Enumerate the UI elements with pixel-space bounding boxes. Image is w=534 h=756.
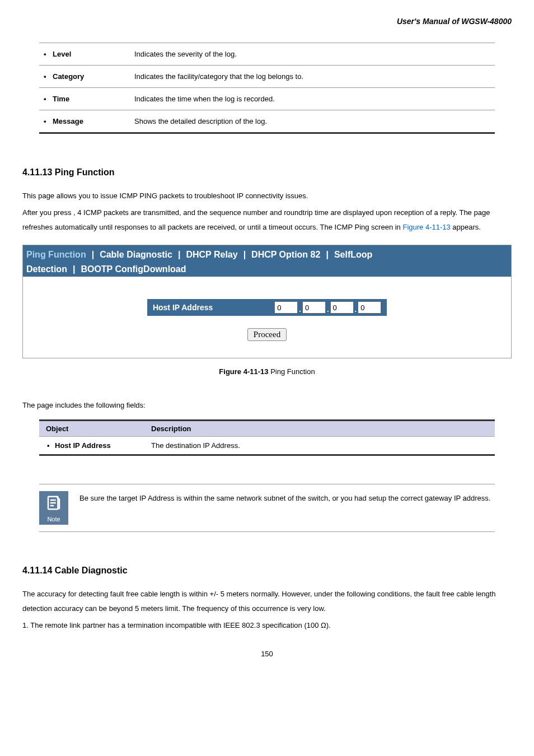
page-header-title: User's Manual of WGSW-48000 xyxy=(22,17,512,26)
host-ip-row: Host IP Address . . . xyxy=(147,299,387,316)
tab-separator: | xyxy=(176,248,182,262)
tab-ping-function[interactable]: Ping Function xyxy=(23,248,90,262)
object-table: Object Description Host IP Address The d… xyxy=(39,419,495,456)
tab-dhcp-option-82[interactable]: DHCP Option 82 xyxy=(248,248,324,262)
tab-separator: | xyxy=(71,262,77,277)
host-ip-label: Host IP Address xyxy=(153,303,274,312)
section-heading-ping: 4.11.13 Ping Function xyxy=(22,167,512,178)
tab-dhcp-relay[interactable]: DHCP Relay xyxy=(182,248,241,262)
tab-separator: | xyxy=(324,248,330,262)
def-desc: Indicates the facility/category that the… xyxy=(134,72,495,81)
tab-separator: | xyxy=(241,248,248,262)
figure-number: Figure 4-11-13 xyxy=(219,367,268,376)
definition-table: Level Indicates the severity of the log.… xyxy=(39,43,495,134)
note-block: Note Be sure the target IP Address is wi… xyxy=(39,484,495,532)
object-row-desc: The destination IP Address. xyxy=(151,441,495,450)
tab-cable-diagnostic[interactable]: Cable Diagnostic xyxy=(96,248,176,262)
def-label: Level xyxy=(39,50,134,58)
object-table-row: Host IP Address The destination IP Addre… xyxy=(39,436,495,454)
def-row: Level Indicates the severity of the log. xyxy=(39,43,495,65)
ip-octet-3-input[interactable] xyxy=(330,301,354,314)
def-desc: Shows the detailed description of the lo… xyxy=(134,117,495,125)
note-label: Note xyxy=(47,516,60,522)
tab-detection[interactable]: Detection xyxy=(23,262,71,277)
note-text: Be sure the target IP Address is within … xyxy=(79,491,495,506)
def-row: Category Indicates the facility/category… xyxy=(39,65,495,87)
body-paragraph: This page allows you to issue ICMP PING … xyxy=(22,189,512,203)
object-header-col2: Description xyxy=(151,424,495,433)
tab-selfloop[interactable]: SelfLoop xyxy=(331,248,376,262)
object-table-header: Object Description xyxy=(39,421,495,436)
proceed-button[interactable]: Proceed xyxy=(247,328,287,341)
figure-title: Ping Function xyxy=(269,367,315,376)
def-label: Time xyxy=(39,95,134,103)
body-paragraph: After you press , 4 ICMP packets are tra… xyxy=(22,206,512,235)
figure-link[interactable]: Figure 4-11-13 xyxy=(402,223,450,231)
section-heading-cable: 4.11.14 Cable Diagnostic xyxy=(22,566,512,576)
ping-ui-panel: Ping Function | Cable Diagnostic | DHCP … xyxy=(22,245,512,358)
ip-dot: . xyxy=(326,305,330,314)
def-row: Time Indicates the time when the log is … xyxy=(39,87,495,110)
notepad-icon xyxy=(45,494,62,511)
object-row-label: Host IP Address xyxy=(39,441,151,450)
note-icon: Note xyxy=(39,491,68,525)
tab-separator: | xyxy=(90,248,96,262)
ip-octet-1-input[interactable] xyxy=(274,301,298,314)
ip-dot: . xyxy=(354,305,358,314)
ip-dot: . xyxy=(298,305,302,314)
body-paragraph: The accuracy for detecting fault free ca… xyxy=(22,587,512,616)
ordered-list-item: 1. The remote link partner has a termina… xyxy=(22,618,512,633)
def-label: Category xyxy=(39,72,134,81)
ip-octet-4-input[interactable] xyxy=(358,301,381,314)
def-desc: Indicates the time when the log is recor… xyxy=(134,95,495,103)
def-desc: Indicates the severity of the log. xyxy=(134,50,495,58)
object-header-col1: Object xyxy=(39,424,151,433)
def-label: Message xyxy=(39,117,134,125)
form-area: Host IP Address . . . Proceed xyxy=(23,277,511,358)
page-number: 150 xyxy=(22,650,512,658)
text-span: appears. xyxy=(451,223,481,231)
tab-bar: Ping Function | Cable Diagnostic | DHCP … xyxy=(23,245,511,277)
tab-bootp-configdownload[interactable]: BOOTP ConfigDownload xyxy=(77,262,189,277)
fields-intro: The page includes the following fields: xyxy=(22,398,512,413)
figure-caption: Figure 4-11-13 Ping Function xyxy=(22,367,512,376)
def-row: Message Shows the detailed description o… xyxy=(39,110,495,134)
ip-octet-2-input[interactable] xyxy=(302,301,326,314)
